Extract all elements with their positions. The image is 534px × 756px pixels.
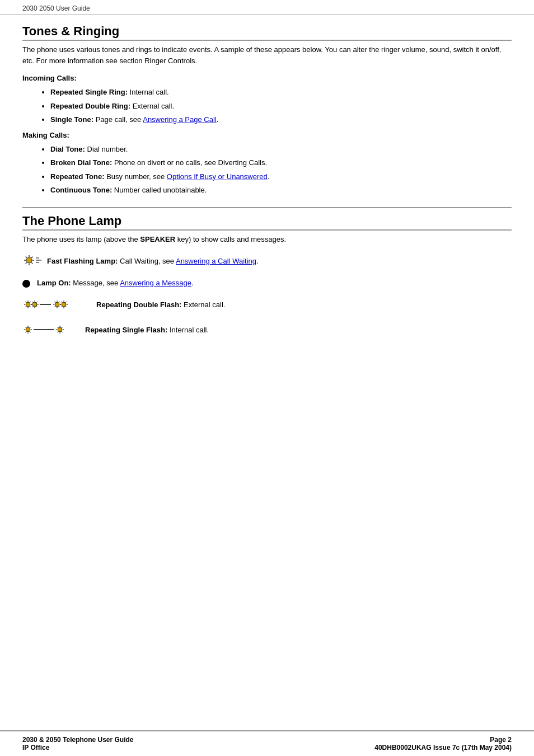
making-calls-list: Dial Tone: Dial number. Broken Dial Tone…: [22, 144, 512, 196]
answering-page-call-link[interactable]: Answering a Page Call: [143, 115, 217, 124]
options-busy-unanswered-link[interactable]: Options If Busy or Unanswered: [167, 172, 268, 181]
footer-issue: 40DHB0002UKAG Issue 7c (17th May 2004): [374, 744, 512, 752]
svg-line-64: [57, 327, 58, 328]
incoming-calls-heading: Incoming Calls:: [22, 74, 512, 82]
lamp-on-text: Lamp On: Message, see Answering a Messag…: [37, 278, 194, 289]
svg-line-45: [61, 302, 62, 303]
svg-line-38: [59, 302, 60, 303]
footer-page-number: Page 2: [490, 736, 512, 744]
list-item: Broken Dial Tone: Phone on divert or no …: [50, 157, 512, 168]
svg-line-37: [59, 306, 60, 307]
fast-flash-icon: [22, 252, 43, 270]
tones-ringing-title: Tones & Ringing: [22, 24, 512, 41]
svg-point-31: [55, 302, 59, 307]
answering-call-waiting-link[interactable]: Answering a Call Waiting: [176, 257, 256, 265]
phone-lamp-intro: The phone uses its lamp (above the SPEAK…: [22, 234, 512, 245]
svg-line-20: [25, 306, 26, 307]
svg-line-36: [54, 302, 55, 303]
fast-flashing-lamp-text: Fast Flashing Lamp: Call Waiting, see An…: [47, 256, 259, 267]
tones-ringing-section: Tones & Ringing The phone uses various t…: [22, 24, 512, 196]
list-item: Repeated Single Ring: Internal call.: [50, 87, 512, 98]
list-item: Single Tone: Page call, see Answering a …: [50, 114, 512, 125]
single-flash-icon: [22, 322, 78, 339]
list-item: Continuous Tone: Number called unobtaina…: [50, 185, 512, 196]
svg-line-54: [25, 327, 26, 328]
svg-line-19: [30, 302, 31, 303]
list-item: Dial Tone: Dial number.: [50, 144, 512, 155]
svg-line-56: [30, 327, 31, 328]
single-flash-text: Repeating Single Flash: Internal call.: [85, 325, 209, 336]
double-flash-icon: [22, 297, 90, 314]
making-calls-heading: Making Calls:: [22, 131, 512, 139]
svg-line-46: [66, 306, 67, 307]
list-item: Repeated Double Ring: External call.: [50, 101, 512, 112]
svg-line-18: [30, 306, 31, 307]
svg-line-27: [37, 306, 38, 307]
svg-point-12: [26, 302, 30, 307]
svg-line-8: [26, 262, 27, 264]
page-content: Tones & Ringing The phone uses various t…: [0, 15, 534, 730]
double-flash-row: Repeating Double Flash: External call.: [22, 297, 512, 314]
svg-line-55: [30, 331, 31, 332]
svg-line-17: [25, 302, 26, 303]
svg-line-67: [57, 331, 58, 332]
svg-point-0: [26, 257, 32, 263]
page-footer: 2030 & 2050 Telephone User Guide IP Offi…: [0, 730, 534, 756]
svg-line-28: [37, 302, 38, 303]
svg-line-66: [62, 327, 63, 328]
svg-point-49: [26, 327, 30, 332]
svg-line-57: [25, 331, 26, 332]
phone-lamp-section: The Phone Lamp The phone uses its lamp (…: [22, 214, 512, 339]
svg-line-65: [62, 331, 63, 332]
svg-line-48: [61, 306, 62, 307]
section-divider: [22, 207, 512, 208]
svg-line-6: [31, 262, 32, 264]
svg-point-21: [32, 302, 37, 307]
svg-line-7: [31, 257, 32, 258]
footer-product: IP Office: [22, 744, 134, 752]
phone-lamp-title: The Phone Lamp: [22, 214, 512, 231]
answering-message-link[interactable]: Answering a Message: [120, 279, 191, 287]
svg-line-29: [32, 306, 33, 307]
svg-line-26: [32, 302, 33, 303]
header-text: 2030 2050 User Guide: [22, 4, 90, 12]
footer-right: Page 2 40DHB0002UKAG Issue 7c (17th May …: [374, 736, 512, 752]
double-flash-text: Repeating Double Flash: External call.: [96, 299, 225, 311]
footer-title: 2030 & 2050 Telephone User Guide: [22, 736, 134, 744]
list-item: Repeated Tone: Busy number, see Options …: [50, 171, 512, 182]
footer-left: 2030 & 2050 Telephone User Guide IP Offi…: [22, 736, 134, 752]
lamp-on-row: Lamp On: Message, see Answering a Messag…: [22, 278, 512, 289]
page-header: 2030 2050 User Guide: [0, 0, 534, 15]
fast-flashing-lamp-row: Fast Flashing Lamp: Call Waiting, see An…: [22, 252, 512, 270]
svg-line-39: [54, 306, 55, 307]
svg-line-5: [26, 257, 27, 258]
incoming-calls-list: Repeated Single Ring: Internal call. Rep…: [22, 87, 512, 125]
lamp-on-icon: [22, 279, 32, 288]
single-flash-row: Repeating Single Flash: Internal call.: [22, 322, 512, 339]
dot-icon: [22, 280, 30, 288]
svg-point-40: [62, 302, 66, 307]
svg-point-59: [58, 327, 62, 332]
svg-line-47: [66, 302, 67, 303]
tones-ringing-intro: The phone uses various tones and rings t…: [22, 44, 512, 66]
